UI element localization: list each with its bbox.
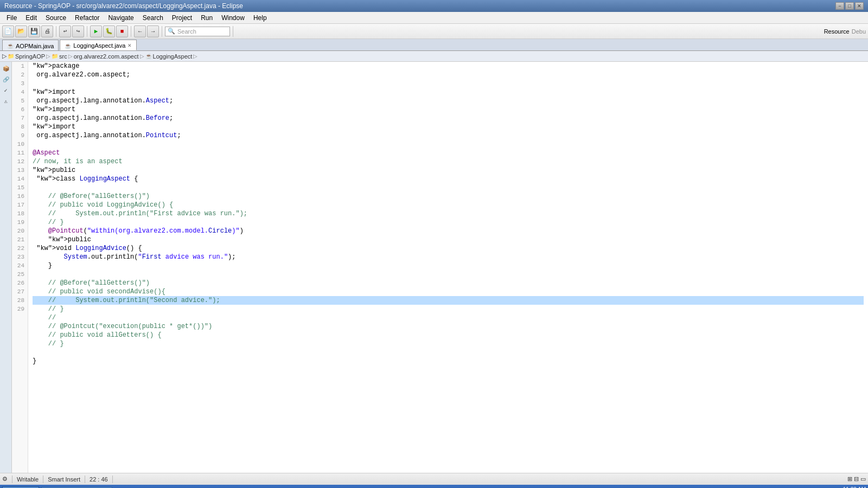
separator-5 [233, 26, 233, 37]
code-line: // System.out.println("Second advice."); [33, 296, 864, 305]
open-button[interactable]: 📂 [15, 25, 27, 37]
code-line: // public void LoggingAdvice() { [33, 201, 864, 209]
tab-label-loggingaspect: LoggingAspect.java [73, 42, 125, 49]
tab-loggingaspect[interactable]: ☕ LoggingAspect.java ✕ [60, 40, 137, 50]
code-line: // @Before("allGetters()") [33, 279, 864, 287]
separator-1 [56, 26, 56, 37]
code-line [33, 270, 864, 279]
menu-refactor[interactable]: Refactor [71, 13, 104, 23]
menu-bar: File Edit Source Refactor Navigate Searc… [0, 12, 868, 24]
code-line: "kw">import [33, 105, 864, 114]
sidebar-icon-1[interactable]: 📦 [1, 64, 11, 74]
redo-button[interactable]: ↪ [72, 25, 84, 37]
code-line: // [33, 313, 864, 322]
run-button[interactable]: ▶ [90, 25, 102, 37]
search-box[interactable]: 🔍 Search [165, 27, 230, 36]
code-line: "kw">package [33, 62, 864, 70]
code-line: // public void allGetters() { [33, 331, 864, 339]
new-button[interactable]: 📄 [2, 25, 14, 37]
status-divider-1 [12, 476, 12, 483]
search-icon: 🔍 [168, 28, 175, 35]
code-line [33, 348, 864, 357]
code-line: // now, it is an aspect [33, 157, 864, 166]
menu-navigate[interactable]: Navigate [104, 13, 138, 23]
code-content: 1234567891011121314151617181920212223242… [12, 62, 868, 473]
code-line [33, 79, 864, 88]
search-placeholder: Search [177, 28, 196, 35]
breadcrumb-class-icon: ☕ [145, 53, 152, 59]
code-line: "kw">import [33, 123, 864, 131]
code-line: // } [33, 339, 864, 348]
debug-button[interactable]: 🐛 [103, 25, 115, 37]
code-line: } [33, 357, 864, 365]
code-line: // @Before("allGetters()") [33, 192, 864, 201]
maximize-button[interactable]: □ [845, 2, 854, 10]
tab-close-loggingaspect[interactable]: ✕ [127, 43, 132, 48]
code-line: @Aspect [33, 149, 864, 157]
status-right-icons: ⊞ ⊟ ▭ [847, 476, 866, 483]
breadcrumb-package[interactable]: org.alvarez2.com.aspect [74, 53, 139, 60]
bc-sep-2: ▷ [68, 53, 73, 59]
code-line: } [33, 261, 864, 270]
status-right: ⊞ ⊟ ▭ [847, 476, 866, 483]
next-edit-button[interactable]: → [147, 25, 159, 37]
sidebar-icon-4[interactable]: ⚠ [1, 97, 11, 106]
minimize-button[interactable]: − [835, 2, 844, 10]
status-smart-insert: Smart Insert [48, 476, 80, 483]
undo-button[interactable]: ↩ [59, 25, 71, 37]
editor-tabs: ☕ AOPMain.java ☕ LoggingAspect.java ✕ [0, 39, 868, 51]
stop-button[interactable]: ■ [116, 25, 128, 37]
close-button[interactable]: ✕ [855, 2, 864, 10]
code-line [33, 140, 864, 149]
bc-sep-3: ▷ [140, 53, 144, 59]
breadcrumb-class[interactable]: LoggingAspect [153, 53, 193, 60]
status-position: 22 : 46 [90, 476, 108, 483]
status-bar: ⚙ Writable Smart Insert 22 : 46 ⊞ ⊟ ▭ [0, 473, 868, 485]
menu-window[interactable]: Window [217, 13, 249, 23]
menu-file[interactable]: File [2, 13, 21, 23]
code-editor[interactable]: 1234567891011121314151617181920212223242… [12, 62, 868, 473]
separator-3 [131, 26, 131, 37]
status-divider-4 [112, 476, 113, 483]
sidebar-icon-2[interactable]: 🔗 [1, 75, 11, 85]
code-lines[interactable]: "kw">package org.alvarez2.com.aspect; "k… [28, 62, 868, 473]
code-line: System.out.println("First advice was run… [33, 253, 864, 261]
menu-help[interactable]: Help [249, 13, 271, 23]
menu-run[interactable]: Run [196, 13, 217, 23]
perspective-resource[interactable]: Resource [824, 28, 850, 35]
separator-4 [162, 26, 162, 37]
code-line: "kw">public [33, 235, 864, 244]
menu-source[interactable]: Source [41, 13, 71, 23]
code-line: // @Pointcut("execution(public * get*())… [33, 322, 864, 331]
code-line [33, 183, 864, 192]
code-line: "kw">import [33, 88, 864, 97]
breadcrumb-project[interactable]: SpringAOP [15, 53, 45, 60]
perspective-debug[interactable]: Debu [852, 28, 866, 35]
code-line: // } [33, 305, 864, 313]
bc-sep-4: ▷ [193, 53, 197, 59]
breadcrumb: ▷ 📁 SpringAOP ▷ 📁 src ▷ org.alvarez2.com… [0, 51, 868, 62]
tab-icon-loggingaspect: ☕ [65, 43, 71, 49]
code-line: "kw">public [33, 166, 864, 175]
code-line: // public void secondAdvise(){ [33, 287, 864, 296]
window-controls: − □ ✕ [835, 2, 864, 10]
menu-project[interactable]: Project [168, 13, 196, 23]
status-divider-3 [85, 476, 85, 483]
print-button[interactable]: 🖨 [41, 25, 53, 37]
save-button[interactable]: 💾 [28, 25, 40, 37]
separator-2 [87, 26, 87, 37]
tab-icon-aopmain: ☕ [7, 43, 14, 49]
code-line: @Pointcut("within(org.alvarez2.com.model… [33, 227, 864, 235]
tab-aopmain[interactable]: ☕ AOPMain.java [2, 40, 59, 50]
menu-edit[interactable]: Edit [21, 13, 41, 23]
prev-edit-button[interactable]: ← [134, 25, 146, 37]
line-numbers: 1234567891011121314151617181920212223242… [12, 62, 28, 473]
menu-search[interactable]: Search [138, 13, 168, 23]
sidebar-icon-3[interactable]: ✓ [1, 86, 11, 95]
code-line: // System.out.println("First advice was … [33, 209, 864, 218]
main-layout: 📦 🔗 ✓ ⚠ 12345678910111213141516171819202… [0, 62, 868, 473]
breadcrumb-project-icon: 📁 [8, 53, 14, 59]
title-bar: Resource - SpringAOP - src/org/alvarez2/… [0, 0, 868, 12]
bc-sep-1: ▷ [46, 53, 50, 59]
breadcrumb-src[interactable]: src [59, 53, 67, 60]
